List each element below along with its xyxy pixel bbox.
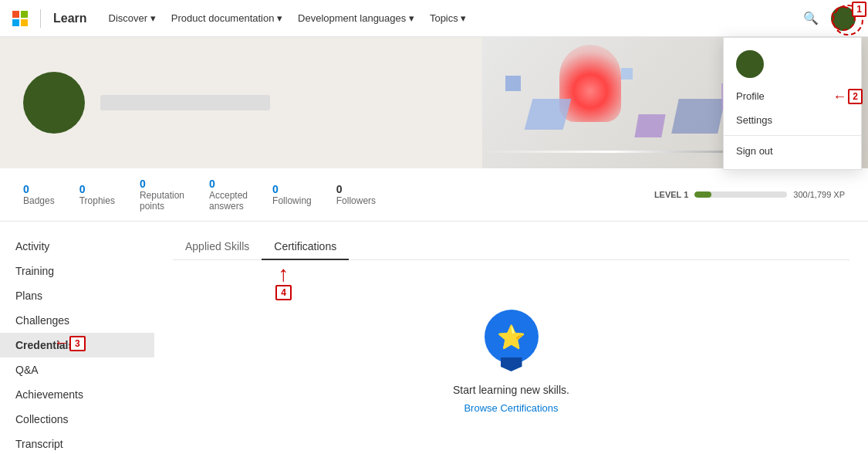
dropdown-avatar-row <box>724 44 861 84</box>
nav-dev-languages[interactable]: Development languages ▾ <box>292 9 420 27</box>
stat-badges: 0 Badges <box>23 183 55 206</box>
tab-certifications[interactable]: Certifications ↑ 4 <box>262 234 349 260</box>
stat-following: 0 Following <box>272 183 312 206</box>
dropdown-menu: Profile ← 2 Settings Sign out <box>723 37 862 170</box>
cert-empty-text: Start learning new skills. <box>453 384 569 396</box>
dropdown-profile[interactable]: Profile ← 2 <box>724 84 861 108</box>
certifications-empty: ⭐ Start learning new skills. Browse Cert… <box>173 279 849 445</box>
tab-applied-skills[interactable]: Applied Skills <box>173 234 262 260</box>
app-name: Learn <box>53 12 87 25</box>
sidebar-item-collections[interactable]: Collections <box>0 407 154 432</box>
main-content: Activity Training Plans Challenges Crede… <box>0 222 868 454</box>
stat-followers: 0 Followers <box>336 183 376 206</box>
sidebar-item-credentials[interactable]: Credentials 3 ← <box>0 333 154 357</box>
content-tabs: Applied Skills Certifications ↑ 4 <box>173 234 849 260</box>
dropdown-avatar <box>736 50 764 78</box>
annotation-2: ← 2 <box>833 84 863 108</box>
ms-logo <box>12 11 28 26</box>
sidebar-item-plans[interactable]: Plans <box>0 283 154 308</box>
nav-divider <box>40 9 41 28</box>
nav-discover[interactable]: Discover ▾ <box>103 9 162 27</box>
nav-bar: Learn Discover ▾ Product documentation ▾… <box>0 0 868 37</box>
level-progress-fill <box>694 191 711 198</box>
stats-bar: 0 Badges 0 Trophies 0 Reputation points … <box>0 168 868 222</box>
content-area: Applied Skills Certifications ↑ 4 ⭐ Star… <box>154 222 868 454</box>
stat-accepted: 0 Accepted answers <box>209 178 248 212</box>
sidebar-item-transcript[interactable]: Transcript <box>0 432 154 454</box>
dropdown-signout[interactable]: Sign out <box>724 139 861 163</box>
dropdown-settings[interactable]: Settings <box>724 108 861 132</box>
browse-certifications-link[interactable]: Browse Certifications <box>464 402 558 414</box>
sidebar-item-qa[interactable]: Q&A <box>0 357 154 382</box>
sidebar: Activity Training Plans Challenges Crede… <box>0 222 154 454</box>
nav-topics[interactable]: Topics ▾ <box>424 9 472 27</box>
level-section: LEVEL 1 300/1,799 XP <box>654 190 845 199</box>
nav-product-docs[interactable]: Product documentation ▾ <box>165 9 289 27</box>
stat-reputation: 0 Reputation points <box>140 178 184 212</box>
nav-avatar[interactable] <box>831 6 856 31</box>
nav-links: Discover ▾ Product documentation ▾ Devel… <box>103 9 473 27</box>
cert-badge-icon: ⭐ <box>485 310 539 371</box>
banner-username-bar <box>100 95 270 110</box>
search-icon[interactable]: 🔍 <box>800 8 822 29</box>
banner-avatar <box>23 72 85 134</box>
sidebar-item-activity[interactable]: Activity <box>0 234 154 259</box>
stat-trophies: 0 Trophies <box>79 183 115 206</box>
banner-user-section <box>0 72 293 134</box>
level-progress-bar <box>694 191 787 198</box>
dropdown-divider <box>724 135 861 136</box>
sidebar-item-training[interactable]: Training <box>0 259 154 283</box>
sidebar-item-challenges[interactable]: Challenges <box>0 308 154 333</box>
sidebar-item-achievements[interactable]: Achievements <box>0 382 154 407</box>
